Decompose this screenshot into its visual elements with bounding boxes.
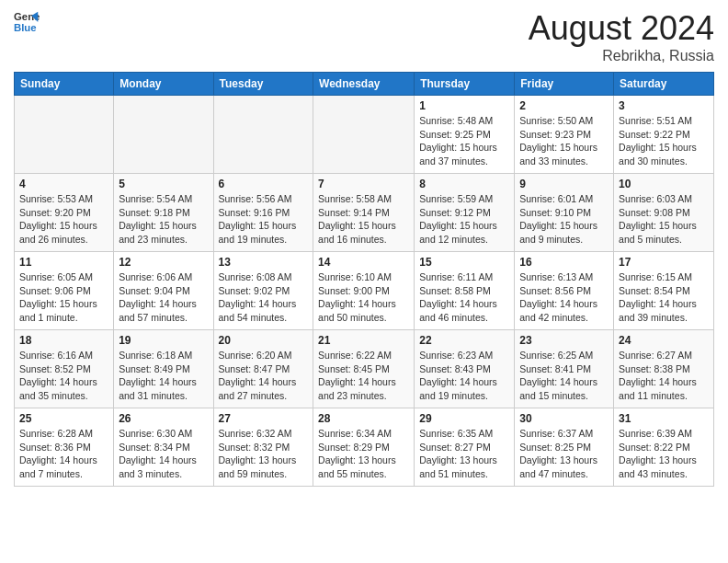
day-detail: Sunrise: 6:16 AM Sunset: 8:52 PM Dayligh… (19, 349, 108, 403)
day-detail: Sunrise: 6:37 AM Sunset: 8:25 PM Dayligh… (519, 427, 609, 481)
day-detail: Sunrise: 6:25 AM Sunset: 8:41 PM Dayligh… (519, 349, 609, 403)
week-row-2: 4Sunrise: 5:53 AM Sunset: 9:20 PM Daylig… (15, 174, 714, 252)
day-detail: Sunrise: 6:13 AM Sunset: 8:56 PM Dayligh… (519, 270, 609, 325)
day-detail: Sunrise: 5:50 AM Sunset: 9:23 PM Dayligh… (519, 114, 609, 168)
calendar-cell: 20Sunrise: 6:20 AM Sunset: 8:47 PM Dayli… (213, 330, 313, 408)
day-number: 16 (519, 256, 609, 269)
day-detail: Sunrise: 6:08 AM Sunset: 9:02 PM Dayligh… (219, 270, 309, 325)
day-detail: Sunrise: 6:39 AM Sunset: 8:22 PM Dayligh… (619, 427, 709, 481)
day-number: 10 (619, 178, 709, 190)
day-number: 14 (318, 256, 409, 269)
calendar-cell: 1Sunrise: 5:48 AM Sunset: 9:25 PM Daylig… (415, 96, 515, 174)
logo-icon: General Blue (14, 9, 40, 35)
weekday-header-row: SundayMondayTuesdayWednesdayThursdayFrid… (15, 73, 714, 96)
day-detail: Sunrise: 6:06 AM Sunset: 9:04 PM Dayligh… (119, 270, 208, 325)
day-number: 18 (19, 334, 108, 347)
day-number: 30 (519, 412, 609, 425)
day-number: 11 (19, 256, 108, 269)
day-detail: Sunrise: 6:22 AM Sunset: 8:45 PM Dayligh… (318, 349, 409, 403)
day-number: 17 (619, 256, 709, 269)
weekday-header-sunday: Sunday (15, 73, 114, 96)
day-detail: Sunrise: 5:53 AM Sunset: 9:20 PM Dayligh… (19, 192, 108, 247)
day-number: 24 (619, 334, 709, 347)
day-number: 13 (219, 256, 309, 269)
day-number: 6 (219, 178, 309, 190)
day-detail: Sunrise: 5:54 AM Sunset: 9:18 PM Dayligh… (119, 192, 208, 247)
calendar-table: SundayMondayTuesdayWednesdayThursdayFrid… (14, 72, 714, 487)
calendar-cell (114, 96, 213, 174)
calendar-cell: 31Sunrise: 6:39 AM Sunset: 8:22 PM Dayli… (614, 408, 714, 487)
day-number: 7 (318, 178, 409, 190)
day-detail: Sunrise: 5:59 AM Sunset: 9:12 PM Dayligh… (419, 192, 509, 247)
day-detail: Sunrise: 5:48 AM Sunset: 9:25 PM Dayligh… (419, 114, 509, 168)
weekday-header-monday: Monday (114, 73, 213, 96)
day-detail: Sunrise: 5:51 AM Sunset: 9:22 PM Dayligh… (619, 114, 709, 168)
week-row-1: 1Sunrise: 5:48 AM Sunset: 9:25 PM Daylig… (15, 96, 714, 174)
weekday-header-wednesday: Wednesday (313, 73, 415, 96)
day-number: 21 (318, 334, 409, 347)
calendar-cell (313, 96, 415, 174)
weekday-header-saturday: Saturday (614, 73, 714, 96)
week-row-5: 25Sunrise: 6:28 AM Sunset: 8:36 PM Dayli… (15, 408, 714, 487)
day-detail: Sunrise: 6:35 AM Sunset: 8:27 PM Dayligh… (419, 427, 509, 481)
day-detail: Sunrise: 5:56 AM Sunset: 9:16 PM Dayligh… (219, 192, 309, 247)
calendar-cell: 30Sunrise: 6:37 AM Sunset: 8:25 PM Dayli… (515, 408, 614, 487)
calendar-cell: 16Sunrise: 6:13 AM Sunset: 8:56 PM Dayli… (515, 252, 614, 330)
calendar-cell (15, 96, 114, 174)
page-header: General Blue August 2024 Rebrikha, Russi… (14, 9, 714, 64)
calendar-cell: 24Sunrise: 6:27 AM Sunset: 8:38 PM Dayli… (614, 330, 714, 408)
day-number: 2 (519, 99, 609, 112)
weekday-header-thursday: Thursday (415, 73, 515, 96)
calendar-cell: 28Sunrise: 6:34 AM Sunset: 8:29 PM Dayli… (313, 408, 415, 487)
day-detail: Sunrise: 6:18 AM Sunset: 8:49 PM Dayligh… (119, 349, 208, 403)
day-detail: Sunrise: 6:03 AM Sunset: 9:08 PM Dayligh… (619, 192, 709, 247)
day-number: 29 (419, 412, 509, 425)
calendar-cell: 10Sunrise: 6:03 AM Sunset: 9:08 PM Dayli… (614, 174, 714, 252)
day-detail: Sunrise: 6:27 AM Sunset: 8:38 PM Dayligh… (619, 349, 709, 403)
calendar-cell: 21Sunrise: 6:22 AM Sunset: 8:45 PM Dayli… (313, 330, 415, 408)
calendar-cell: 6Sunrise: 5:56 AM Sunset: 9:16 PM Daylig… (213, 174, 313, 252)
day-detail: Sunrise: 5:58 AM Sunset: 9:14 PM Dayligh… (318, 192, 409, 247)
day-detail: Sunrise: 6:32 AM Sunset: 8:32 PM Dayligh… (219, 427, 309, 481)
calendar-cell: 11Sunrise: 6:05 AM Sunset: 9:06 PM Dayli… (15, 252, 114, 330)
day-detail: Sunrise: 6:20 AM Sunset: 8:47 PM Dayligh… (219, 349, 309, 403)
day-detail: Sunrise: 6:28 AM Sunset: 8:36 PM Dayligh… (19, 427, 108, 481)
logo: General Blue (14, 9, 40, 35)
day-detail: Sunrise: 6:10 AM Sunset: 9:00 PM Dayligh… (318, 270, 409, 325)
day-number: 3 (619, 99, 709, 112)
day-number: 15 (419, 256, 509, 269)
day-number: 27 (219, 412, 309, 425)
day-detail: Sunrise: 6:15 AM Sunset: 8:54 PM Dayligh… (619, 270, 709, 325)
calendar-cell: 27Sunrise: 6:32 AM Sunset: 8:32 PM Dayli… (213, 408, 313, 487)
day-number: 12 (119, 256, 208, 269)
calendar-cell: 14Sunrise: 6:10 AM Sunset: 9:00 PM Dayli… (313, 252, 415, 330)
day-detail: Sunrise: 6:05 AM Sunset: 9:06 PM Dayligh… (19, 270, 108, 325)
calendar-cell: 12Sunrise: 6:06 AM Sunset: 9:04 PM Dayli… (114, 252, 213, 330)
day-number: 9 (519, 178, 609, 190)
day-number: 28 (318, 412, 409, 425)
day-number: 23 (519, 334, 609, 347)
day-number: 25 (19, 412, 108, 425)
calendar-cell: 18Sunrise: 6:16 AM Sunset: 8:52 PM Dayli… (15, 330, 114, 408)
weekday-header-tuesday: Tuesday (213, 73, 313, 96)
week-row-3: 11Sunrise: 6:05 AM Sunset: 9:06 PM Dayli… (15, 252, 714, 330)
calendar-cell: 19Sunrise: 6:18 AM Sunset: 8:49 PM Dayli… (114, 330, 213, 408)
day-number: 8 (419, 178, 509, 190)
calendar-cell: 5Sunrise: 5:54 AM Sunset: 9:18 PM Daylig… (114, 174, 213, 252)
day-number: 22 (419, 334, 509, 347)
day-detail: Sunrise: 6:23 AM Sunset: 8:43 PM Dayligh… (419, 349, 509, 403)
title-block: August 2024 Rebrikha, Russia (529, 9, 714, 64)
day-number: 20 (219, 334, 309, 347)
calendar-cell: 15Sunrise: 6:11 AM Sunset: 8:58 PM Dayli… (415, 252, 515, 330)
calendar-cell: 2Sunrise: 5:50 AM Sunset: 9:23 PM Daylig… (515, 96, 614, 174)
calendar-cell: 9Sunrise: 6:01 AM Sunset: 9:10 PM Daylig… (515, 174, 614, 252)
day-number: 4 (19, 178, 108, 190)
day-number: 19 (119, 334, 208, 347)
day-number: 31 (619, 412, 709, 425)
weekday-header-friday: Friday (515, 73, 614, 96)
day-detail: Sunrise: 6:11 AM Sunset: 8:58 PM Dayligh… (419, 270, 509, 325)
calendar-cell: 26Sunrise: 6:30 AM Sunset: 8:34 PM Dayli… (114, 408, 213, 487)
month-title: August 2024 (529, 9, 714, 48)
day-number: 5 (119, 178, 208, 190)
calendar-cell: 22Sunrise: 6:23 AM Sunset: 8:43 PM Dayli… (415, 330, 515, 408)
